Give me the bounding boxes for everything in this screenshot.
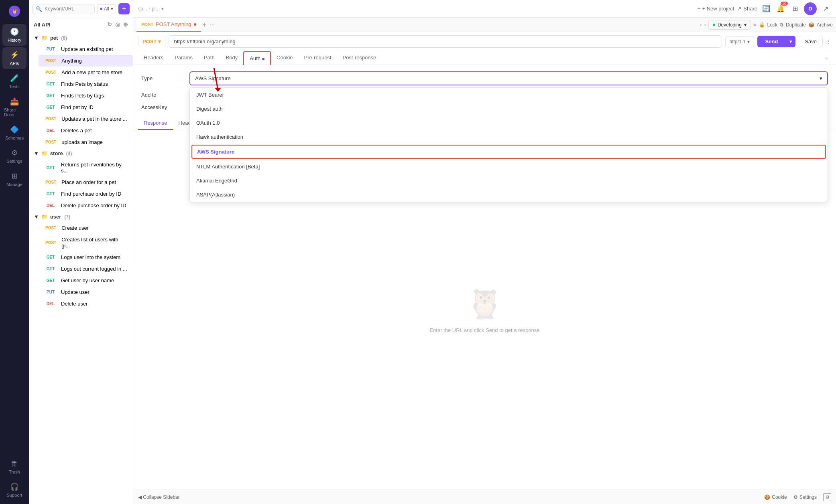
group-store[interactable]: ▼ 📁 store (4)	[29, 148, 133, 159]
list-item[interactable]: DEL Delete purchase order by ID	[39, 200, 133, 211]
method-selector[interactable]: POST ▾	[138, 36, 165, 47]
collapse-sidebar-button[interactable]: ◀ Collapse Sidebar	[138, 494, 180, 500]
lock-label: Lock	[767, 22, 777, 28]
sidebar-item-settings-label: Settings	[6, 159, 22, 164]
target-icon[interactable]: ◎	[115, 21, 120, 28]
list-item[interactable]: POST Creates list of users with gi...	[39, 234, 133, 251]
method-badge: GET	[43, 165, 58, 170]
list-item[interactable]: GET Returns pet inventories by s...	[39, 159, 133, 176]
list-item[interactable]: DEL Delete user	[39, 298, 133, 310]
list-item[interactable]: PUT Update user	[39, 286, 133, 298]
sidebar-item-support[interactable]: 🎧 Support	[2, 479, 26, 501]
dropdown-item-ntlm[interactable]: NTLM Authentication [Beta]	[190, 160, 828, 174]
add-api-button[interactable]: +	[118, 3, 130, 14]
sidebar-item-settings[interactable]: ⚙ Settings	[2, 145, 26, 167]
dropdown-item-oauth[interactable]: OAuth 1.0	[190, 116, 828, 130]
collection-header: All API ↻ ◎ ⊕	[29, 18, 133, 31]
grid-icon[interactable]: ⊞	[789, 3, 801, 14]
layout-toggle-icon[interactable]: ⊟	[823, 493, 831, 501]
tab-pre-request[interactable]: Pre-request	[299, 51, 337, 65]
search-input[interactable]	[45, 6, 91, 12]
avatar[interactable]: D	[804, 2, 817, 15]
format-icon[interactable]: ≡	[753, 22, 757, 28]
list-item[interactable]: GET Find pet by ID	[39, 101, 133, 113]
more-tab-icon[interactable]: ···	[210, 21, 215, 28]
archive-icon[interactable]: 📦	[808, 22, 814, 28]
cookie-button[interactable]: 🍪 Cookie	[764, 493, 787, 501]
tab-post-anything[interactable]: POST POST Anything	[136, 18, 201, 32]
list-item[interactable]: GET Finds Pets by tags	[39, 90, 133, 101]
auth-dot	[262, 58, 264, 60]
notification-icon[interactable]: 🔔 10	[775, 3, 786, 14]
save-button[interactable]: Save	[799, 36, 823, 47]
tab-post-response[interactable]: Post-response	[337, 51, 382, 65]
list-item[interactable]: GET Get user by user name	[39, 275, 133, 286]
lock-icon[interactable]: 🔒	[759, 22, 765, 28]
list-item[interactable]: POST Place an order for a pet	[39, 176, 133, 188]
new-project-button[interactable]: + + New project	[698, 6, 734, 12]
refresh-icon[interactable]: ↻	[107, 21, 112, 28]
dropdown-item-asap[interactable]: ASAP(Atlassian)	[190, 188, 828, 202]
sidebar-item-manage[interactable]: ⊞ Manage	[2, 168, 26, 190]
next-tab-icon[interactable]: ›	[704, 22, 706, 28]
env-dot	[713, 24, 715, 26]
sidebar-item-share-docs[interactable]: 📤 Share Docs	[2, 94, 26, 120]
search-box[interactable]: 🔍	[32, 4, 95, 14]
list-item[interactable]: GET Logs out current logged in ...	[39, 263, 133, 275]
add-tab-icon[interactable]: +	[203, 21, 206, 28]
group-pet-count: (8)	[61, 35, 67, 41]
list-item[interactable]: POST Updates a pet in the store ...	[39, 113, 133, 125]
method-badge: POST	[43, 140, 58, 145]
user-items: POST Create user POST Creates list of us…	[29, 222, 133, 310]
tab-body[interactable]: Body	[220, 51, 244, 65]
api-item-label: Updates a pet in the store ...	[61, 116, 127, 122]
auth-select-box[interactable]: AWS Signature ▾	[189, 71, 828, 85]
environment-selector[interactable]: Developing ▾	[708, 20, 751, 30]
tab-params[interactable]: Params	[169, 51, 198, 65]
http-version-selector[interactable]: http/1.1 ▾	[725, 36, 754, 47]
dropdown-item-hawk[interactable]: Hawk authentication	[190, 130, 828, 144]
settings-label: Settings	[799, 494, 817, 500]
list-item[interactable]: GET Logs user into the system	[39, 251, 133, 263]
list-item[interactable]: POST Add a new pet to the store	[39, 67, 133, 78]
list-item[interactable]: POST Create user	[39, 222, 133, 234]
share-button[interactable]: ↗ Share	[737, 6, 757, 12]
filter-icon[interactable]: ≡	[822, 55, 831, 61]
url-input[interactable]	[169, 35, 722, 48]
more-options-icon[interactable]: ⋮	[826, 38, 831, 45]
dropdown-item-akamai[interactable]: Akamai EdgeGrid	[190, 174, 828, 188]
method-badge: DEL	[43, 203, 58, 208]
dropdown-item-digest[interactable]: Digest auth	[190, 102, 828, 116]
tab-cookie[interactable]: Cookie	[271, 51, 298, 65]
list-item[interactable]: GET Finds Pets by status	[39, 78, 133, 90]
list-item[interactable]: GET Find purchase order by ID	[39, 188, 133, 200]
sidebar-item-trash[interactable]: 🗑 Trash	[2, 456, 26, 478]
filter-badge[interactable]: All ▾	[97, 4, 116, 13]
list-item[interactable]: DEL Deletes a pet	[39, 125, 133, 136]
breadcrumb-chevron[interactable]: ▾	[161, 6, 164, 12]
tab-path[interactable]: Path	[198, 51, 220, 65]
tab-headers[interactable]: Headers	[138, 51, 169, 65]
send-button[interactable]: Send	[757, 36, 786, 47]
expand-icon[interactable]: ↗	[820, 3, 831, 14]
sync-icon[interactable]: 🔄	[761, 3, 772, 14]
tab-response[interactable]: Response	[138, 117, 173, 130]
send-dropdown-button[interactable]: ▾	[786, 36, 795, 47]
duplicate-icon[interactable]: ⧉	[780, 22, 783, 28]
sidebar-item-history[interactable]: 🕐 History	[2, 24, 26, 46]
list-item[interactable]: POST uploads an image	[39, 136, 133, 148]
more-icon[interactable]: ⊕	[123, 21, 128, 28]
group-pet[interactable]: ▼ 📁 pet (8)	[29, 32, 133, 43]
list-item[interactable]: PUT Update an existing pet	[39, 43, 133, 55]
dropdown-item-jwt[interactable]: JWT Bearer	[190, 88, 828, 102]
tab-auth[interactable]: Auth	[243, 51, 271, 65]
sidebar-item-tests[interactable]: 🧪 Tests	[2, 71, 26, 92]
sidebar-item-apis[interactable]: ⚡ APIs	[2, 47, 26, 69]
dropdown-item-aws[interactable]: AWS Signature	[191, 145, 826, 159]
prev-tab-icon[interactable]: ‹	[700, 22, 702, 28]
group-user[interactable]: ▼ 📁 user (7)	[29, 211, 133, 222]
settings-button[interactable]: ⚙ Settings	[793, 493, 817, 501]
sidebar-item-schemas[interactable]: 🔷 Schemas	[2, 122, 26, 144]
list-item[interactable]: POST Anything	[39, 55, 133, 67]
app-logo[interactable]: 🦉	[6, 3, 22, 19]
